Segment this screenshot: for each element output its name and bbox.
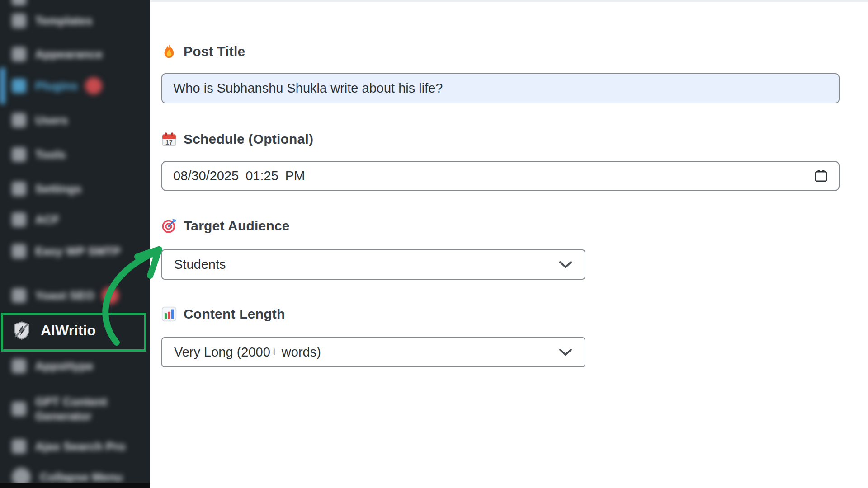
- sidebar-bottom-edge: [0, 483, 150, 488]
- datepicker-icon[interactable]: [813, 168, 829, 183]
- notification-badge: [85, 77, 102, 94]
- fire-icon: [161, 44, 177, 59]
- notification-badge: [102, 287, 119, 304]
- tools-icon: [12, 147, 26, 162]
- sidebar-item-label: AIWritio: [41, 322, 96, 339]
- sidebar-item-users[interactable]: Users: [0, 107, 150, 134]
- content-length-value: Very Long (2000+ words): [174, 345, 321, 360]
- sidebar-item-plugins[interactable]: Plugins: [0, 72, 150, 99]
- sidebar-item-ajax-search-pro[interactable]: Ajax Search Pro: [0, 433, 150, 460]
- post-title-label: Post Title: [161, 44, 245, 59]
- content-length-select[interactable]: Very Long (2000+ words): [161, 337, 585, 367]
- sidebar-item-label: Users: [35, 113, 68, 127]
- chevron-down-icon: [558, 348, 573, 357]
- content-length-label-text: Content Length: [184, 306, 285, 322]
- sidebar-item-label: Settings: [35, 182, 82, 196]
- plugin-icon: [12, 79, 26, 93]
- sidebar-item-settings[interactable]: Settings: [0, 175, 150, 202]
- chevron-down-icon: [558, 260, 573, 269]
- pencil-icon: [12, 402, 26, 416]
- content-length-label: Content Length: [161, 306, 285, 322]
- blurred-icon: [12, 0, 26, 5]
- sidebar-item-label: ACF: [35, 213, 59, 227]
- sidebar-item-gpt-content-generator[interactable]: GPT Content Generator: [0, 384, 150, 434]
- sidebar-item-label: Templates: [35, 14, 93, 28]
- sidebar-item-label: Yoast SEO: [35, 289, 94, 303]
- schedule-label: 17 Schedule (Optional): [161, 131, 313, 147]
- sidebar-item-yoast-seo[interactable]: Yoast SEO: [0, 282, 150, 309]
- target-audience-select[interactable]: Students: [161, 249, 585, 280]
- sidebar-item-label: Appearance: [35, 47, 103, 61]
- post-title-label-text: Post Title: [184, 44, 245, 59]
- screen: TemplatesAppearancePluginsUsersToolsSett…: [0, 0, 868, 488]
- sidebar-item-label: Collapse Menu: [40, 470, 123, 484]
- sidebar-item-label: AppsHype: [35, 359, 94, 373]
- sidebar-item-easy-wp-smtp[interactable]: Easy WP SMTP: [0, 238, 150, 265]
- target-icon: [161, 218, 177, 234]
- sidebar-item-label: Tools: [35, 148, 66, 162]
- sidebar-item-acf[interactable]: ACF: [0, 206, 150, 233]
- target-audience-value: Students: [174, 257, 226, 272]
- content-top-border: [150, 0, 868, 2]
- smtp-icon: [12, 244, 26, 258]
- acf-icon: [12, 212, 26, 227]
- appearance-icon: [12, 47, 26, 61]
- sidebar-item-label: GPT Content Generator: [35, 394, 107, 424]
- bar-chart-icon: [161, 306, 177, 322]
- sidebar-item-aiwritio[interactable]: AIWritio: [0, 317, 150, 344]
- schedule-datetime-input[interactable]: [161, 161, 840, 191]
- sidebar-item-appearance[interactable]: Appearance: [0, 41, 150, 68]
- sidebar-item-tools[interactable]: Tools: [0, 141, 150, 168]
- settings-icon: [12, 182, 26, 196]
- target-audience-label: Target Audience: [161, 218, 290, 234]
- sidebar-item-label: Ajax Search Pro: [35, 440, 125, 454]
- sidebar-item-label: Easy WP SMTP: [35, 244, 121, 258]
- shield-lightning-icon: [12, 320, 32, 340]
- users-icon: [12, 113, 26, 127]
- yoast-icon: [12, 288, 26, 303]
- sidebar-item-appshype[interactable]: AppsHype: [0, 352, 150, 380]
- schedule-label-text: Schedule (Optional): [184, 131, 313, 147]
- sidebar-item-templates[interactable]: Templates: [0, 7, 150, 34]
- template-icon: [12, 14, 26, 28]
- calendar-icon: 17: [161, 131, 177, 147]
- svg-text:17: 17: [165, 139, 173, 146]
- wp-admin-sidebar: TemplatesAppearancePluginsUsersToolsSett…: [0, 0, 150, 488]
- search-icon: [12, 439, 26, 454]
- sidebar-item-label: Plugins: [35, 79, 78, 93]
- post-title-input[interactable]: [161, 73, 840, 103]
- target-audience-label-text: Target Audience: [184, 218, 290, 234]
- active-item-indicator: [0, 68, 5, 104]
- appshype-icon: [12, 359, 26, 373]
